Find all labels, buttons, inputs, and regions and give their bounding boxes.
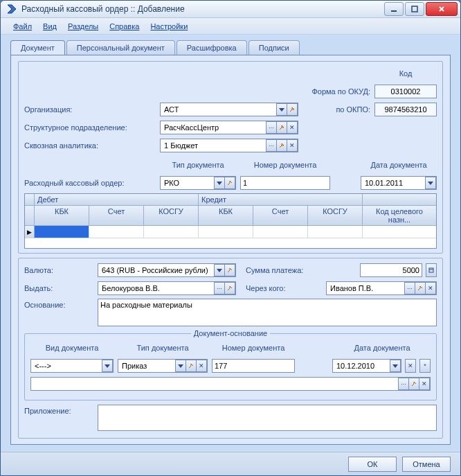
lookup-icon[interactable] <box>287 103 298 116</box>
basisdate-header: Дата документа <box>334 344 431 352</box>
basisnum-field[interactable]: 177 <box>212 359 295 373</box>
attach-field[interactable] <box>98 405 437 431</box>
basisdate-field[interactable]: 10.12.2010 <box>332 359 401 373</box>
ellipsis-icon[interactable]: ··· <box>404 282 415 294</box>
issue-label: Выдать: <box>24 284 93 292</box>
col-kbk[interactable]: КБК <box>35 206 89 226</box>
currency-label: Валюта: <box>24 266 93 274</box>
struct-combo[interactable]: РасчКассЦентр ··· ✕ <box>160 121 298 134</box>
docnum-field[interactable]: 1 <box>240 176 330 190</box>
debit-header: Дебет <box>35 194 199 206</box>
ok-button[interactable]: ОК <box>348 457 397 472</box>
table-row[interactable]: ▶ <box>25 226 436 238</box>
lookup-icon[interactable] <box>186 360 197 372</box>
dropdown-icon[interactable] <box>214 264 225 276</box>
lookup-icon[interactable] <box>224 282 235 294</box>
lookup-icon[interactable] <box>224 264 235 276</box>
lookup-icon[interactable] <box>276 139 287 152</box>
org-label: Организация: <box>24 105 156 114</box>
analytics-combo[interactable]: 1 Бюджет ··· ✕ <box>160 139 298 152</box>
menu-view[interactable]: Вид <box>43 22 57 30</box>
ellipsis-icon[interactable]: ··· <box>398 378 409 390</box>
clear-icon[interactable]: ✕ <box>287 121 298 134</box>
ellipsis-icon[interactable]: ··· <box>266 121 277 134</box>
tab-signs[interactable]: Подписи <box>248 40 300 55</box>
tabstrip: Документ Персональный документ Расшифров… <box>10 40 451 55</box>
basis-field[interactable]: На расходные материалы <box>98 299 437 326</box>
document-panel: Код Форма по ОКУД: 0310002 Организация: … <box>10 55 451 445</box>
okpo-label: по ОКПО: <box>336 105 370 114</box>
cancel-button[interactable]: Отмена <box>402 457 451 472</box>
lookup-icon[interactable] <box>224 177 235 189</box>
star-icon[interactable]: * <box>419 359 431 373</box>
docdate-field[interactable]: 10.01.2011 <box>361 176 437 190</box>
tab-decode[interactable]: Расшифровка <box>177 40 247 55</box>
app-window: Расходный кассовый ордер :: Добавление Ф… <box>0 0 461 476</box>
row-indicator-icon: ▶ <box>25 226 35 238</box>
minimize-button[interactable] <box>384 2 404 16</box>
col-kosgu[interactable]: КОСГУ <box>144 206 199 226</box>
accounting-grid[interactable]: Дебет Кредит КБК Счет КОСГУ КБК Счет КОС… <box>24 193 437 249</box>
dropdown-icon[interactable] <box>175 360 186 372</box>
dialog-footer: ОК Отмена <box>1 452 460 475</box>
tab-document[interactable]: Документ <box>10 40 65 55</box>
basis-legend: Документ-основание <box>191 329 270 337</box>
dropdown-icon[interactable] <box>276 103 287 116</box>
col-kosgu2[interactable]: КОСГУ <box>308 206 363 226</box>
cell-selected[interactable] <box>35 226 89 238</box>
okud-field: 0310002 <box>374 85 437 98</box>
org-combo[interactable]: АСТ <box>160 103 298 116</box>
clear-icon[interactable]: ✕ <box>196 360 207 372</box>
dropdown-icon[interactable] <box>425 177 436 189</box>
basisnum-header: Номер документа <box>212 344 295 352</box>
doctype-combo[interactable]: РКО <box>160 176 236 190</box>
payment-section: Валюта: 643 (RUB - Российские рубли) Сум… <box>18 258 443 439</box>
tab-personal[interactable]: Персональный документ <box>66 40 175 55</box>
col-kbk2[interactable]: КБК <box>199 206 253 226</box>
svg-rect-0 <box>391 10 397 12</box>
basis-label: Основание: <box>24 299 93 309</box>
doctype-header: Тип документа <box>160 161 236 169</box>
code-label: Код <box>374 69 437 78</box>
svg-rect-1 <box>412 6 417 12</box>
col-account[interactable]: Счет <box>89 206 144 226</box>
dropdown-icon[interactable] <box>102 360 113 372</box>
docdate-header: Дата документа <box>361 161 437 169</box>
header-section: Код Форма по ОКУД: 0310002 Организация: … <box>18 61 443 254</box>
col-target[interactable]: Код целевого назн... <box>363 206 436 226</box>
menu-settings[interactable]: Настройки <box>150 22 188 30</box>
calc-icon[interactable] <box>426 263 437 277</box>
lookup-icon[interactable] <box>408 378 419 390</box>
attach-label: Приложение: <box>24 405 93 415</box>
issue-combo[interactable]: Белокурова В.В. ··· <box>98 281 236 295</box>
titlebar: Расходный кассовый ордер :: Добавление <box>1 1 460 18</box>
basis-doc-combo[interactable]: ··· ✕ <box>30 377 431 391</box>
paysum-field[interactable]: 5000 <box>360 263 422 277</box>
clear-date-icon[interactable]: ✕ <box>405 359 416 373</box>
clear-icon[interactable]: ✕ <box>287 139 298 152</box>
ellipsis-icon[interactable]: ··· <box>214 282 225 294</box>
window-buttons <box>384 2 458 16</box>
lookup-icon[interactable] <box>415 282 426 294</box>
through-combo[interactable]: Иванов П.В. ··· ✕ <box>326 281 437 295</box>
menu-help[interactable]: Справка <box>109 22 139 30</box>
menu-sections[interactable]: Разделы <box>68 22 98 30</box>
close-button[interactable] <box>426 2 458 16</box>
dropdown-icon[interactable] <box>390 360 401 372</box>
viddoc-combo[interactable]: <---> <box>30 359 114 373</box>
basistype-combo[interactable]: Приказ ✕ <box>118 359 208 373</box>
clear-icon[interactable]: ✕ <box>425 282 436 294</box>
lookup-icon[interactable] <box>276 121 287 134</box>
dropdown-icon[interactable] <box>214 177 225 189</box>
through-label: Через кого: <box>246 284 286 292</box>
ellipsis-icon[interactable]: ··· <box>266 139 277 152</box>
clear-icon[interactable]: ✕ <box>419 378 430 390</box>
currency-combo[interactable]: 643 (RUB - Российские рубли) <box>98 263 236 277</box>
menu-file[interactable]: Файл <box>13 22 32 30</box>
window-title: Расходный кассовый ордер :: Добавление <box>21 4 384 14</box>
okud-label: Форма по ОКУД: <box>311 87 370 96</box>
client-area: Документ Персональный документ Расшифров… <box>1 35 460 452</box>
col-account2[interactable]: Счет <box>253 206 308 226</box>
maximize-button[interactable] <box>405 2 424 16</box>
basistype-header: Тип документа <box>118 344 208 352</box>
